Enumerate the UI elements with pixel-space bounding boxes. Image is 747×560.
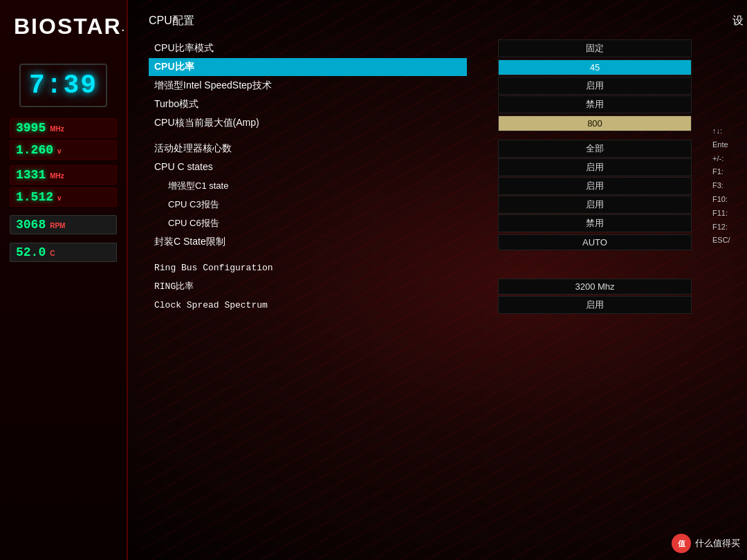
menu-value-7: 启用 bbox=[498, 158, 692, 176]
mem-freq-stat: 1331 MHz bbox=[10, 165, 117, 185]
menu-label-col-15: Clock Spread Spectrum bbox=[149, 296, 467, 314]
menu-value-col-1: 45 bbox=[467, 59, 699, 75]
menu-value-4: 800 bbox=[498, 115, 692, 131]
hint-f3: F3: bbox=[712, 179, 747, 193]
clock-time: 7:39 bbox=[29, 71, 98, 100]
menu-row-15: Clock Spread Spectrum启用 bbox=[149, 296, 699, 314]
menu-label-2: 增强型Intel SpeedStep技术 bbox=[154, 80, 272, 91]
menu-spacer bbox=[149, 133, 699, 140]
mem-freq-value: 1331 bbox=[16, 168, 46, 182]
menu-row-10: CPU C6报告禁用 bbox=[149, 214, 699, 232]
menu-label-col-0: CPU比率模式 bbox=[149, 39, 467, 57]
hint-f12: F12: bbox=[712, 221, 747, 234]
menu-label-col-6: 活动处理器核心数 bbox=[149, 140, 467, 158]
menu-value-10: 禁用 bbox=[498, 214, 692, 232]
menu-row-11: 封装C State限制AUTO bbox=[149, 233, 699, 251]
menu-value-8: 启用 bbox=[498, 177, 692, 195]
menu-value-col-2: 启用 bbox=[467, 77, 699, 95]
watermark-label: 什么值得买 bbox=[695, 537, 740, 550]
main-content: CPU配置 CPU比率模式固定CPU比率45增强型Intel SpeedStep… bbox=[128, 0, 712, 560]
menu-label-9: CPU C3报告 bbox=[154, 199, 219, 209]
menu-label-7: CPU C states bbox=[154, 161, 213, 172]
mem-volt-stat: 1.512 v bbox=[10, 187, 117, 207]
menu-spacer bbox=[149, 252, 699, 259]
right-panel: ↑↓: Ente +/-: F1: F3: F10: F11: F12: ESC… bbox=[709, 0, 747, 560]
temp-value: 52.0 bbox=[16, 245, 46, 259]
menu-label-3: Turbo模式 bbox=[154, 98, 199, 109]
fan-rpm-unit: RPM bbox=[50, 222, 65, 230]
menu-value-col-4: 800 bbox=[467, 115, 699, 131]
hint-f1: F1: bbox=[712, 165, 747, 179]
menu-value-15: 启用 bbox=[498, 296, 692, 314]
cpu-volt-stat: 1.260 v bbox=[10, 140, 117, 160]
menu-value-0: 固定 bbox=[498, 39, 692, 57]
menu-label-col-8: 增强型C1 state bbox=[149, 177, 467, 195]
menu-value-col-6: 全部 bbox=[467, 140, 699, 158]
menu-value-9: 启用 bbox=[498, 196, 692, 214]
menu-label-col-10: CPU C6报告 bbox=[149, 214, 467, 232]
menu-value-2: 启用 bbox=[498, 77, 692, 95]
menu-label-1: CPU比率 bbox=[154, 61, 194, 72]
menu-label-4: CPU核当前最大值(Amp) bbox=[154, 117, 259, 128]
menu-label-col-14: RING比率 bbox=[149, 277, 467, 295]
menu-label-col-9: CPU C3报告 bbox=[149, 196, 467, 214]
mem-freq-unit: MHz bbox=[50, 172, 64, 180]
watermark-icon: 值 bbox=[672, 534, 691, 553]
menu-label-col-4: CPU核当前最大值(Amp) bbox=[149, 114, 467, 132]
menu-row-8: 增强型C1 state启用 bbox=[149, 177, 699, 195]
clock-display: 7:39 bbox=[19, 64, 107, 107]
menu-label-8: 增强型C1 state bbox=[154, 180, 228, 191]
cpu-freq-value: 3995 bbox=[16, 121, 46, 135]
menu-label-col-2: 增强型Intel SpeedStep技术 bbox=[149, 77, 467, 95]
menu-label-0: CPU比率模式 bbox=[154, 42, 214, 53]
menu-label-11: 封装C State限制 bbox=[154, 236, 225, 247]
menu-row-13: Ring Bus Configuration bbox=[149, 259, 699, 277]
top-right-hint: 设 bbox=[732, 14, 744, 28]
menu-row-7: CPU C states启用 bbox=[149, 158, 699, 176]
menu-row-0: CPU比率模式固定 bbox=[149, 39, 699, 57]
menu-row-6: 活动处理器核心数全部 bbox=[149, 140, 699, 158]
fan-rpm-box: 3068 RPM bbox=[10, 215, 117, 234]
menu-label-col-3: Turbo模式 bbox=[149, 95, 467, 113]
watermark: 值 什么值得买 bbox=[672, 534, 740, 553]
menu-label-col-11: 封装C State限制 bbox=[149, 233, 467, 251]
hint-nav: ↑↓: bbox=[712, 124, 747, 138]
menu-label-15: Clock Spread Spectrum bbox=[154, 300, 268, 310]
menu-value-col-7: 启用 bbox=[467, 158, 699, 176]
cpu-volt-unit: v bbox=[57, 147, 62, 155]
temp-box: 52.0 C bbox=[10, 243, 117, 262]
menu-row-14: RING比率3200 Mhz bbox=[149, 277, 699, 295]
menu-value-3: 禁用 bbox=[498, 95, 692, 113]
menu-row-1[interactable]: CPU比率45 bbox=[149, 58, 699, 76]
menu-label-col-7: CPU C states bbox=[149, 158, 467, 176]
cpu-freq-stat: 3995 MHz bbox=[10, 118, 117, 138]
menu-list: CPU比率模式固定CPU比率45增强型Intel SpeedStep技术启用Tu… bbox=[149, 39, 699, 314]
hint-f10: F10: bbox=[712, 193, 747, 207]
menu-row-9: CPU C3报告启用 bbox=[149, 196, 699, 214]
menu-value-14: 3200 Mhz bbox=[498, 279, 692, 295]
menu-value-6: 全部 bbox=[498, 140, 692, 158]
menu-row-2: 增强型Intel SpeedStep技术启用 bbox=[149, 77, 699, 95]
menu-value-col-3: 禁用 bbox=[467, 95, 699, 113]
menu-label-10: CPU C6报告 bbox=[154, 218, 219, 228]
mem-volt-value: 1.512 bbox=[16, 190, 53, 204]
menu-label-14: RING比率 bbox=[154, 281, 194, 292]
menu-value-col-11: AUTO bbox=[467, 234, 699, 250]
menu-label-13: Ring Bus Configuration bbox=[154, 263, 273, 273]
menu-row-3: Turbo模式禁用 bbox=[149, 95, 699, 113]
hint-esc: ESC/ bbox=[712, 234, 747, 248]
fan-rpm-value: 3068 bbox=[16, 218, 46, 232]
menu-value-col-8: 启用 bbox=[467, 177, 699, 195]
menu-value-col-9: 启用 bbox=[467, 196, 699, 214]
hint-plusminus: +/-: bbox=[712, 152, 747, 166]
menu-value-col-14: 3200 Mhz bbox=[467, 279, 699, 295]
menu-value-col-0: 固定 bbox=[467, 39, 699, 57]
menu-value-1: 45 bbox=[498, 59, 692, 75]
section-title: CPU配置 bbox=[149, 14, 699, 28]
menu-row-4: CPU核当前最大值(Amp)800 bbox=[149, 114, 699, 132]
hint-f11: F11: bbox=[712, 207, 747, 221]
menu-label-6: 活动处理器核心数 bbox=[154, 142, 232, 153]
brand-logo: BIOSTAR· bbox=[0, 7, 126, 43]
left-panel: BIOSTAR· 7:39 3995 MHz 1.260 v 1331 MHz … bbox=[0, 0, 128, 560]
menu-value-col-15: 启用 bbox=[467, 296, 699, 314]
